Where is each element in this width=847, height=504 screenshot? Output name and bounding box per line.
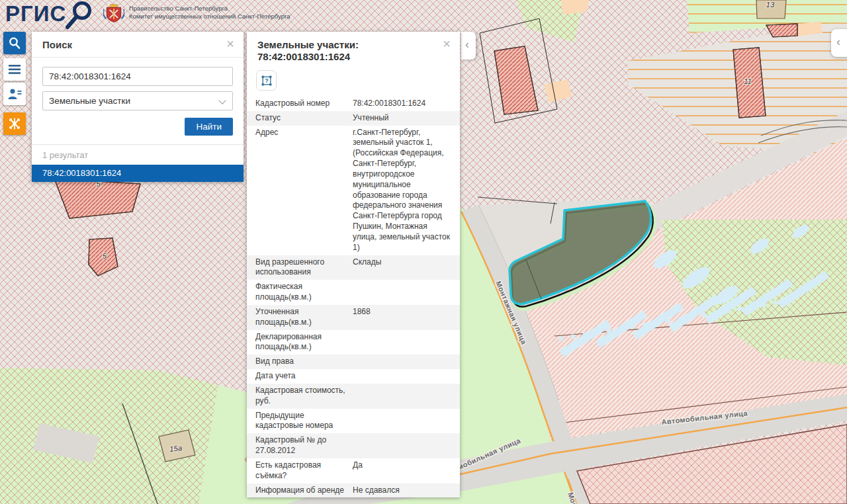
user-info-button[interactable] bbox=[3, 83, 26, 105]
building-label-5b: 5 bbox=[103, 252, 107, 260]
search-close-button[interactable]: × bbox=[222, 36, 238, 52]
attr-row-registration-date: Дата учета bbox=[247, 369, 460, 384]
attr-row-actual-area: Фактическая площадь(кв.м.) bbox=[247, 280, 460, 305]
search-panel-title: Поиск bbox=[42, 39, 72, 50]
show-geometry-button[interactable]: ? bbox=[256, 70, 277, 91]
category-select[interactable]: Земельные участки bbox=[42, 91, 233, 110]
search-result-item[interactable]: 78:42:0018301:1624 bbox=[32, 165, 244, 182]
search-input[interactable] bbox=[42, 67, 233, 86]
attributes-table: Кадастровый номер78:42:0018301:1624 Стат… bbox=[247, 97, 460, 497]
person-list-icon bbox=[7, 88, 22, 100]
header: РГИС Правительство Санкт-Петербурга Коми… bbox=[5, 1, 290, 29]
info-collapse-button[interactable]: ‹ bbox=[461, 32, 476, 60]
layers-menu-button[interactable] bbox=[3, 58, 26, 81]
info-panel-title: Земельные участки: 78:42:0018301:1624 bbox=[257, 39, 359, 62]
attr-row-previous-numbers: Предыдущие кадастровые номера bbox=[247, 409, 460, 434]
magnifier-logo-icon bbox=[64, 0, 98, 32]
crossed-anchors-icon bbox=[8, 117, 21, 130]
right-panel-expander[interactable]: ‹ bbox=[831, 29, 847, 57]
search-tool-button[interactable] bbox=[3, 32, 26, 54]
search-icon bbox=[8, 36, 21, 50]
chevron-down-icon bbox=[218, 97, 226, 104]
question-frame-icon: ? bbox=[261, 75, 273, 87]
info-close-button[interactable]: × bbox=[439, 36, 455, 52]
category-select-value: Земельные участки bbox=[49, 96, 130, 106]
government-block: Правительство Санкт-Петербурга Комитет и… bbox=[103, 3, 290, 25]
building-label-15a: 15а bbox=[169, 444, 182, 453]
attr-row-cadastral-number: Кадастровый номер78:42:0018301:1624 bbox=[247, 97, 460, 111]
attr-row-number-before-2012: Кадастровый № до 27.08.2012 bbox=[247, 433, 460, 458]
svg-text:?: ? bbox=[265, 77, 269, 84]
gov-line2: Комитет имущественных отношений Санкт-Пе… bbox=[129, 13, 290, 21]
attr-row-right-type: Вид права bbox=[247, 355, 460, 369]
building-label-13: 13 bbox=[766, 1, 775, 9]
attr-row-status: СтатусУчтенный bbox=[247, 111, 460, 126]
spb-emblem-button[interactable] bbox=[3, 112, 26, 135]
rgis-logo-text: РГИС bbox=[5, 1, 66, 26]
find-button[interactable]: Найти bbox=[185, 118, 233, 136]
attr-row-refined-area: Уточненная площадь(кв.м.)1868 bbox=[247, 305, 460, 330]
attr-row-has-survey: Есть кадастровая съёмка?Да bbox=[247, 458, 460, 483]
app-window: Монтажная улица Монтажная улица Автомоби… bbox=[0, 0, 847, 504]
building-label-11: 11 bbox=[744, 77, 752, 85]
info-panel: Земельные участки: 78:42:0018301:1624 × … bbox=[247, 32, 460, 497]
attr-row-declared-area: Декларированная площадь(кв.м.) bbox=[247, 330, 460, 355]
gov-line1: Правительство Санкт-Петербурга bbox=[129, 5, 290, 13]
results-count: 1 результат bbox=[32, 145, 244, 165]
attr-row-lease-info: Информация об арендеНе сдавался bbox=[247, 483, 460, 498]
attr-row-cadastral-value: Кадастровая стоимость, руб. bbox=[247, 384, 460, 409]
rgis-logo[interactable]: РГИС bbox=[5, 1, 98, 29]
spb-coat-of-arms-icon bbox=[103, 3, 124, 25]
menu-icon bbox=[8, 64, 21, 75]
attr-row-address: Адресг.Санкт-Петербург, земельный участо… bbox=[247, 126, 460, 255]
search-panel: Поиск × Земельные участки Найти 1 резуль… bbox=[32, 32, 244, 182]
attr-row-permitted-use: Вид разрешенного использованияСклады bbox=[247, 255, 460, 280]
